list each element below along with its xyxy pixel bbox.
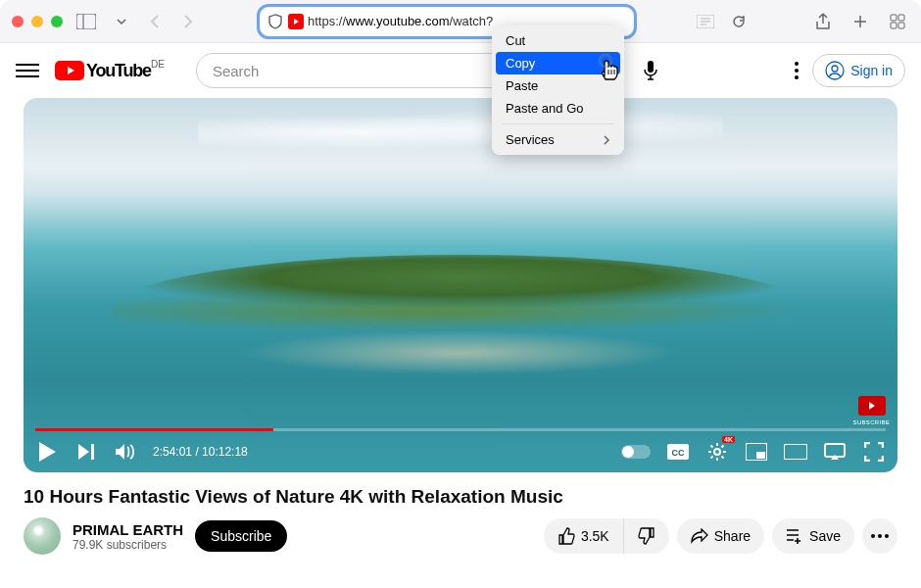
svg-rect-0 bbox=[76, 14, 96, 29]
action-buttons: 3.5K Share Save bbox=[544, 518, 897, 554]
tab-overview-button[interactable] bbox=[886, 10, 909, 33]
signin-button[interactable]: Sign in bbox=[812, 54, 905, 87]
url-domain: www.youtube.com bbox=[346, 14, 450, 28]
duration: 10:12:18 bbox=[202, 445, 248, 459]
menu-item-cut[interactable]: Cut bbox=[496, 29, 620, 52]
fullscreen-button[interactable] bbox=[862, 440, 886, 464]
menu-item-copy[interactable]: Copy bbox=[496, 52, 620, 74]
browser-toolbar: https://www.youtube.com/watch? bbox=[0, 0, 921, 43]
menu-divider bbox=[502, 123, 614, 124]
user-icon bbox=[825, 61, 845, 80]
video-player[interactable]: SUBSCRIBE 2:54:01 / 10:12:18 CC bbox=[24, 98, 897, 472]
svg-point-18 bbox=[832, 66, 838, 72]
channel-watermark-icon[interactable] bbox=[858, 396, 886, 416]
forward-button[interactable] bbox=[176, 10, 200, 33]
miniplayer-button[interactable] bbox=[745, 440, 768, 464]
video-title: 10 Hours Fantastic Views of Nature 4K wi… bbox=[24, 486, 897, 508]
channel-avatar[interactable] bbox=[24, 517, 61, 555]
thumbs-down-icon bbox=[638, 527, 655, 545]
ellipsis-icon bbox=[871, 534, 889, 538]
svg-rect-8 bbox=[891, 23, 897, 28]
playlist-add-icon bbox=[786, 528, 803, 544]
reload-button[interactable] bbox=[727, 10, 751, 33]
microphone-icon bbox=[643, 60, 658, 81]
time-display: 2:54:01 / 10:12:18 bbox=[153, 445, 248, 459]
svg-rect-6 bbox=[891, 15, 897, 21]
chevron-down-icon[interactable] bbox=[110, 10, 133, 33]
dislike-button[interactable] bbox=[624, 518, 669, 554]
share-button-video[interactable]: Share bbox=[677, 518, 764, 554]
share-label: Share bbox=[714, 528, 751, 544]
new-tab-button[interactable] bbox=[848, 10, 872, 33]
video-scene-detail bbox=[242, 330, 679, 375]
window-controls bbox=[12, 16, 63, 27]
play-button[interactable] bbox=[35, 440, 59, 464]
youtube-favicon-icon bbox=[288, 14, 304, 29]
channel-name[interactable]: PRIMAL EARTH bbox=[73, 521, 183, 538]
save-button[interactable]: Save bbox=[772, 518, 854, 554]
quality-badge: 4K bbox=[722, 436, 735, 443]
maximize-window-button[interactable] bbox=[51, 16, 63, 27]
thumbs-up-icon bbox=[557, 527, 575, 545]
reader-mode-button[interactable] bbox=[694, 10, 717, 33]
hamburger-menu-button[interactable] bbox=[16, 64, 39, 77]
save-label: Save bbox=[809, 528, 841, 544]
settings-button[interactable]: 4K bbox=[705, 440, 729, 464]
url-context-menu: Cut Copy Paste Paste and Go Services bbox=[492, 25, 624, 155]
current-time: 2:54:01 bbox=[153, 445, 192, 459]
menu-item-services[interactable]: Services bbox=[496, 128, 620, 151]
minimize-window-button[interactable] bbox=[31, 16, 43, 27]
subscriber-count: 79.9K subscribers bbox=[73, 538, 183, 552]
svg-rect-7 bbox=[898, 15, 904, 21]
settings-menu-button[interactable] bbox=[795, 62, 799, 79]
watermark-label: SUBSCRIBE bbox=[853, 419, 890, 425]
player-controls: 2:54:01 / 10:12:18 CC 4K bbox=[24, 431, 897, 472]
menu-item-paste-and-go[interactable]: Paste and Go bbox=[496, 97, 620, 120]
more-actions-button[interactable] bbox=[862, 518, 897, 554]
svg-rect-9 bbox=[898, 23, 904, 28]
next-button[interactable] bbox=[74, 440, 98, 464]
url-path: /watch? bbox=[450, 14, 494, 28]
like-button[interactable]: 3.5K bbox=[544, 518, 624, 554]
volume-button[interactable] bbox=[114, 440, 137, 464]
svg-text:CC: CC bbox=[672, 448, 685, 458]
video-meta: 10 Hours Fantastic Views of Nature 4K wi… bbox=[0, 472, 921, 568]
signin-label: Sign in bbox=[850, 63, 893, 78]
like-count: 3.5K bbox=[581, 528, 609, 544]
video-area: SUBSCRIBE 2:54:01 / 10:12:18 CC bbox=[0, 98, 921, 472]
voice-search-button[interactable] bbox=[631, 51, 670, 90]
share-icon bbox=[691, 528, 708, 544]
captions-button[interactable]: CC bbox=[666, 440, 690, 464]
menu-item-paste[interactable]: Paste bbox=[496, 74, 620, 97]
back-button[interactable] bbox=[143, 10, 167, 33]
sidebar-toggle-button[interactable] bbox=[73, 10, 100, 33]
channel-info: PRIMAL EARTH 79.9K subscribers bbox=[73, 521, 183, 552]
autoplay-toggle[interactable] bbox=[621, 445, 651, 459]
youtube-logo-icon bbox=[55, 61, 84, 80]
youtube-header: YouTube DE Search Sign in bbox=[0, 43, 921, 98]
channel-row: PRIMAL EARTH 79.9K subscribers Subscribe… bbox=[24, 517, 897, 555]
like-dislike-group: 3.5K bbox=[544, 518, 669, 554]
privacy-shield-icon[interactable] bbox=[267, 13, 284, 30]
svg-rect-24 bbox=[784, 444, 807, 460]
youtube-logo[interactable]: YouTube DE bbox=[55, 61, 151, 81]
share-button[interactable] bbox=[811, 10, 835, 33]
close-window-button[interactable] bbox=[12, 16, 24, 27]
svg-rect-16 bbox=[648, 61, 654, 73]
region-label: DE bbox=[151, 59, 165, 70]
theater-mode-button[interactable] bbox=[784, 440, 807, 464]
svg-rect-23 bbox=[756, 452, 765, 459]
svg-point-21 bbox=[714, 449, 720, 455]
search-placeholder: Search bbox=[213, 63, 260, 79]
subscribe-button[interactable]: Subscribe bbox=[195, 520, 287, 552]
chevron-right-icon bbox=[604, 135, 610, 145]
airplay-button[interactable] bbox=[823, 440, 847, 464]
url-scheme: https:// bbox=[308, 14, 346, 28]
youtube-logo-text: YouTube bbox=[86, 61, 151, 81]
